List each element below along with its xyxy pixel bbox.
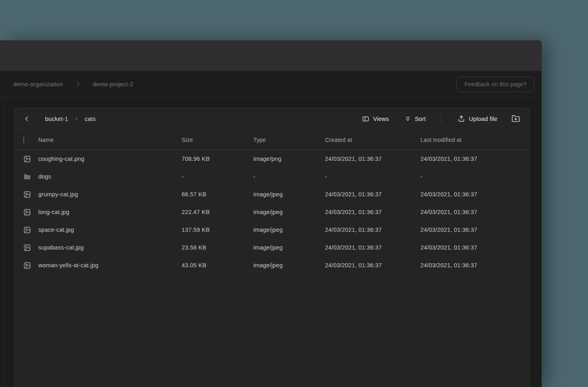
upload-button-label: Upload file	[469, 116, 497, 122]
cell-modified: 24/03/2021, 01:36:37	[420, 191, 530, 198]
table-row[interactable]: coughing-cat.png 708.96 KB image/png 24/…	[14, 150, 530, 168]
cell-type: image/jpeg	[253, 244, 325, 251]
chevron-right-icon	[74, 116, 79, 121]
upload-icon	[458, 115, 465, 123]
cell-name: woman-yells-at-cat.jpg	[38, 262, 182, 268]
folder-plus-icon	[511, 114, 520, 123]
cell-name: dogs	[38, 173, 182, 180]
cell-created: 24/03/2021, 01:36:37	[325, 156, 420, 162]
cell-created: 24/03/2021, 01:36:37	[325, 244, 420, 251]
cell-type: -	[253, 173, 325, 180]
path-crumb-bucket[interactable]: bucket-1	[45, 116, 68, 122]
cell-created: 24/03/2021, 01:36:37	[325, 262, 420, 268]
chevron-left-icon	[23, 115, 30, 122]
image-file-icon	[23, 208, 31, 216]
chevrons-down-icon	[404, 115, 411, 122]
image-file-icon	[23, 262, 31, 269]
table-header: Name Size Type Created at Last modified …	[14, 130, 530, 150]
cell-type: image/png	[253, 156, 325, 162]
table-row[interactable]: grumpy-cat.jpg 66.57 KB image/jpeg 24/03…	[14, 185, 530, 203]
cell-modified: 24/03/2021, 01:36:37	[420, 244, 530, 251]
column-header-created: Created at	[325, 137, 420, 143]
breadcrumb-project[interactable]: demo-project-2	[93, 81, 133, 87]
cell-size: 708.96 KB	[182, 156, 253, 162]
sort-button-label: Sort	[415, 116, 426, 122]
path-crumb-folder[interactable]: cats	[85, 116, 95, 122]
cell-type: image/jpeg	[253, 227, 325, 233]
sort-button[interactable]: Sort	[404, 115, 426, 122]
breadcrumb: demo-organization demo-project-2 Feedbac…	[0, 71, 542, 98]
explorer-toolbar: bucket-1 cats Views Sort	[14, 108, 530, 130]
toolbar-divider	[441, 114, 441, 123]
path-breadcrumb: bucket-1 cats	[45, 116, 96, 122]
column-header-size: Size	[182, 137, 253, 143]
cell-name: long-cat.jpg	[38, 209, 182, 215]
cell-modified: 24/03/2021, 01:36:37	[420, 227, 530, 233]
table-row[interactable]: dogs - - - -	[14, 168, 530, 185]
breadcrumb-organization[interactable]: demo-organization	[13, 81, 63, 87]
cell-modified: 24/03/2021, 01:36:37	[420, 156, 530, 162]
image-file-icon	[23, 191, 31, 198]
cell-name: coughing-cat.png	[38, 156, 182, 162]
cell-size: 66.57 KB	[182, 191, 253, 198]
cell-created: -	[325, 173, 420, 180]
cell-modified: 24/03/2021, 01:36:37	[420, 262, 530, 268]
table-row[interactable]: supabass-cat.jpg 23.58 KB image/jpeg 24/…	[14, 239, 530, 256]
table-row[interactable]: space-cat.jpg 137.59 KB image/jpeg 24/03…	[14, 221, 530, 239]
cell-created: 24/03/2021, 01:36:37	[325, 209, 420, 215]
views-button[interactable]: Views	[362, 115, 389, 123]
cell-size: -	[182, 173, 253, 180]
cell-modified: 24/03/2021, 01:36:37	[420, 209, 530, 215]
upload-file-button[interactable]: Upload file	[458, 115, 497, 123]
views-button-label: Views	[373, 116, 389, 122]
back-button[interactable]	[21, 113, 32, 125]
cell-size: 43.05 KB	[182, 262, 253, 268]
cell-created: 24/03/2021, 01:36:37	[325, 191, 420, 198]
cell-type: image/jpeg	[253, 191, 325, 198]
cell-type: image/jpeg	[253, 209, 325, 215]
cell-type: image/jpeg	[253, 262, 325, 268]
column-header-name: Name	[38, 137, 182, 143]
cell-created: 24/03/2021, 01:36:37	[325, 227, 420, 233]
image-file-icon	[23, 244, 31, 252]
table-body: coughing-cat.png 708.96 KB image/png 24/…	[14, 150, 530, 274]
image-file-icon	[23, 226, 31, 234]
table-row[interactable]: long-cat.jpg 222.47 KB image/jpeg 24/03/…	[14, 203, 530, 221]
cell-name: space-cat.jpg	[38, 227, 182, 233]
feedback-button[interactable]: Feedback on this page?	[456, 77, 534, 92]
table-row[interactable]: woman-yells-at-cat.jpg 43.05 KB image/jp…	[14, 256, 530, 274]
select-all-checkbox[interactable]	[23, 136, 24, 144]
chevron-right-icon	[75, 81, 82, 88]
storage-explorer-panel: bucket-1 cats Views Sort	[14, 108, 530, 387]
column-header-modified: Last modified at	[420, 137, 530, 143]
cell-name: grumpy-cat.jpg	[38, 191, 182, 198]
cell-name: supabass-cat.jpg	[38, 244, 182, 251]
columns-view-icon	[362, 115, 369, 123]
column-header-type: Type	[253, 137, 325, 143]
image-file-icon	[23, 155, 31, 163]
cell-modified: -	[420, 173, 530, 180]
folder-icon	[23, 173, 31, 181]
cell-size: 137.59 KB	[182, 227, 253, 233]
cell-size: 222.47 KB	[182, 209, 253, 215]
sidebar-edge	[0, 98, 3, 387]
app-window: demo-organization demo-project-2 Feedbac…	[0, 40, 542, 387]
create-folder-button[interactable]	[509, 113, 522, 125]
window-titlebar	[0, 40, 542, 71]
desktop-background: { "topnav": { "org": "demo-organization"…	[0, 0, 588, 387]
cell-size: 23.58 KB	[182, 244, 253, 251]
